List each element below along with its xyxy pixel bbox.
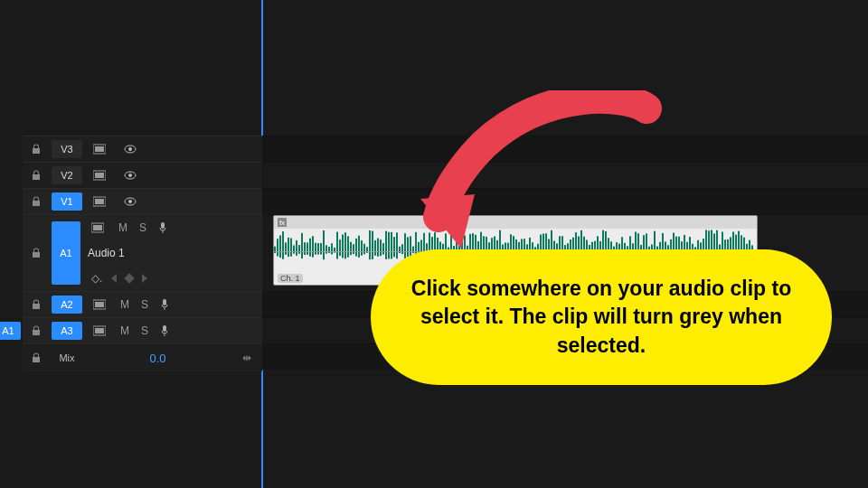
svg-rect-363 xyxy=(738,231,740,251)
svg-rect-95 xyxy=(374,240,376,251)
film-icon[interactable] xyxy=(87,166,112,184)
eye-icon[interactable] xyxy=(118,192,143,211)
track-tag-a3[interactable]: A3 xyxy=(52,322,82,340)
mute-button[interactable]: M xyxy=(113,221,133,234)
svg-rect-16 xyxy=(95,302,104,307)
track-row-v3: V3 xyxy=(23,136,262,162)
svg-rect-129 xyxy=(420,239,422,251)
lane-v3[interactable] xyxy=(262,136,868,162)
svg-rect-119 xyxy=(407,237,409,251)
film-icon[interactable] xyxy=(87,322,112,340)
svg-rect-20 xyxy=(163,325,166,332)
svg-rect-71 xyxy=(342,234,344,251)
keyframe-marker-icon[interactable] xyxy=(125,273,135,283)
chevron-left-icon[interactable] xyxy=(111,274,117,283)
lock-icon[interactable] xyxy=(23,196,50,207)
lock-icon[interactable] xyxy=(23,144,50,155)
lock-icon[interactable] xyxy=(23,170,50,181)
svg-rect-107 xyxy=(391,232,392,251)
svg-rect-63 xyxy=(331,243,333,251)
keyframe-icon[interactable]: ◇. xyxy=(91,272,102,285)
svg-rect-99 xyxy=(380,239,382,251)
svg-rect-125 xyxy=(415,232,417,251)
film-icon[interactable] xyxy=(85,219,110,237)
track-tag-v3[interactable]: V3 xyxy=(52,140,82,158)
solo-button[interactable]: S xyxy=(133,221,153,234)
film-icon[interactable] xyxy=(87,192,112,211)
svg-rect-151 xyxy=(450,232,452,251)
svg-rect-72 xyxy=(342,251,344,258)
svg-rect-41 xyxy=(301,233,303,251)
track-row-v2: V2 xyxy=(23,162,262,188)
svg-rect-83 xyxy=(358,236,360,251)
svg-rect-115 xyxy=(401,244,403,251)
svg-rect-112 xyxy=(396,251,398,258)
track-row-a3: A1 A3 M S xyxy=(23,317,262,343)
svg-rect-106 xyxy=(388,251,390,258)
channel-label: Ch. 1 xyxy=(278,274,303,283)
svg-rect-57 xyxy=(323,230,325,251)
svg-rect-103 xyxy=(385,231,387,251)
svg-rect-23 xyxy=(277,239,278,251)
expand-icon[interactable]: ⇹ xyxy=(234,349,259,367)
track-tag-a2[interactable]: A2 xyxy=(52,296,82,314)
lane-v1[interactable] xyxy=(262,188,868,214)
svg-rect-59 xyxy=(326,245,327,251)
chevron-right-icon[interactable] xyxy=(142,274,147,283)
film-icon[interactable] xyxy=(87,296,112,314)
svg-rect-127 xyxy=(418,242,420,251)
source-patch-a1[interactable]: A1 xyxy=(0,322,21,340)
svg-rect-77 xyxy=(350,242,352,251)
svg-rect-131 xyxy=(423,233,425,251)
svg-rect-58 xyxy=(323,251,325,259)
svg-rect-307 xyxy=(662,233,664,251)
svg-rect-19 xyxy=(95,328,104,333)
film-icon[interactable] xyxy=(87,140,112,158)
mix-row: Mix 0.0 ⇹ xyxy=(23,343,262,371)
svg-rect-104 xyxy=(385,251,387,259)
lock-icon[interactable] xyxy=(23,299,50,310)
svg-rect-91 xyxy=(369,230,371,251)
eye-icon[interactable] xyxy=(118,140,143,158)
track-row-a1: A1 M S Audio 1 ◇. xyxy=(23,214,262,291)
svg-rect-347 xyxy=(716,230,718,251)
annotation-text: Click somewhere on your audio clip to se… xyxy=(407,275,796,359)
svg-rect-79 xyxy=(353,244,354,251)
svg-rect-315 xyxy=(673,233,675,251)
eye-icon[interactable] xyxy=(118,166,143,184)
svg-rect-9 xyxy=(95,199,104,204)
track-tag-v1[interactable]: V1 xyxy=(52,192,82,211)
mute-button[interactable]: M xyxy=(115,324,135,337)
solo-button[interactable]: S xyxy=(135,298,155,311)
track-tag-v2[interactable]: V2 xyxy=(52,166,82,184)
svg-rect-37 xyxy=(296,240,297,251)
svg-rect-28 xyxy=(282,251,284,259)
svg-rect-29 xyxy=(285,242,287,251)
lock-icon[interactable] xyxy=(23,352,50,363)
svg-rect-263 xyxy=(602,230,604,251)
svg-rect-135 xyxy=(429,232,430,251)
mic-icon[interactable] xyxy=(155,324,175,337)
mute-button[interactable]: M xyxy=(115,298,135,311)
lock-icon[interactable] xyxy=(23,325,50,336)
svg-rect-73 xyxy=(344,232,346,251)
mic-icon[interactable] xyxy=(153,221,173,234)
lock-icon[interactable] xyxy=(23,215,50,291)
svg-rect-351 xyxy=(722,232,723,251)
mic-icon[interactable] xyxy=(155,298,175,311)
svg-rect-359 xyxy=(732,231,734,251)
svg-rect-81 xyxy=(355,239,357,251)
track-header-panel: V3 V2 V1 A1 M S xyxy=(23,136,262,371)
solo-button[interactable]: S xyxy=(135,324,155,337)
svg-rect-343 xyxy=(711,230,712,251)
track-row-v1: V1 xyxy=(23,188,262,214)
lane-v2[interactable] xyxy=(262,162,868,188)
clip-header: fx xyxy=(274,216,758,229)
track-tag-a1[interactable]: A1 xyxy=(52,221,80,285)
mix-value[interactable]: 0.0 xyxy=(84,352,231,365)
svg-rect-341 xyxy=(708,230,710,251)
svg-rect-108 xyxy=(391,251,392,258)
annotation-callout: Click somewhere on your audio clip to se… xyxy=(371,249,832,385)
svg-rect-243 xyxy=(575,232,577,251)
svg-rect-39 xyxy=(298,245,300,251)
